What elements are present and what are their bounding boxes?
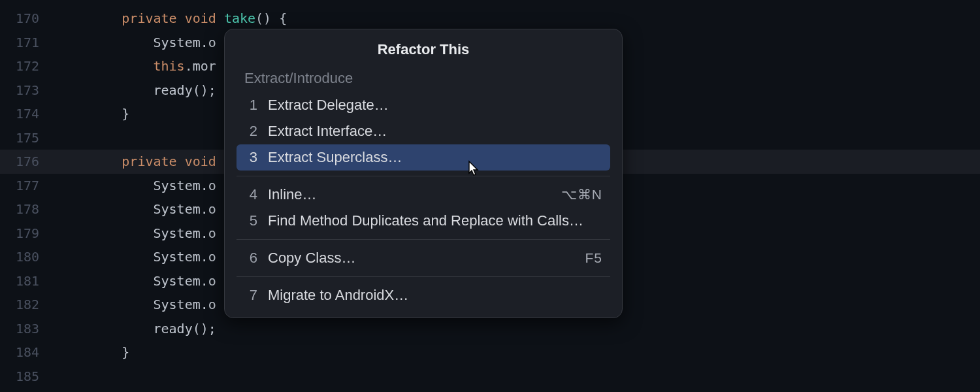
menu-number: 1 [244,97,257,114]
line-number: 174 [0,106,59,122]
line-number: 175 [0,130,59,146]
code-text: } [59,106,129,122]
line-number: 170 [0,10,59,26]
menu-item-extract-delegate[interactable]: 1 Extract Delegate… [237,92,610,118]
line-number: 184 [0,344,59,360]
code-line[interactable]: 183 ready(); [0,317,980,341]
code-text: ready(); [59,82,216,98]
menu-label: Find Method Duplicates and Replace with … [268,212,602,229]
line-number: 173 [0,82,59,98]
code-text: System.o [59,273,216,289]
code-text: ready(); [59,321,216,336]
section-header: Extract/Introduce [225,70,622,87]
menu-number: 6 [244,250,257,267]
line-number: 182 [0,297,59,312]
line-number: 185 [0,368,59,384]
menu-item-copy-class[interactable]: 6 Copy Class… F5 [237,245,610,271]
code-line[interactable]: 184 } [0,340,980,365]
line-number: 181 [0,273,59,289]
menu-label: Inline… [268,186,561,203]
refactor-popup: Refactor This Extract/Introduce 1 Extrac… [224,29,623,318]
code-text: } [59,344,129,360]
menu-item-extract-superclass[interactable]: 3 Extract Superclass… [237,144,610,171]
menu-item-migrate-androidx[interactable]: 7 Migrate to AndroidX… [237,282,610,308]
menu-label: Copy Class… [268,250,585,267]
menu-number: 4 [244,186,257,203]
line-number: 180 [0,249,59,265]
menu-shortcut: F5 [585,250,602,266]
line-number: 172 [0,58,59,74]
code-text: private void take() { [59,10,287,26]
menu-item-inline[interactable]: 4 Inline… ⌥⌘N [237,182,610,208]
line-number: 177 [0,178,59,193]
code-line[interactable]: 185 [0,365,980,389]
code-text: System.o [59,249,216,265]
code-text: System.o [59,297,216,312]
menu-number: 5 [244,212,257,229]
menu-number: 2 [244,123,257,140]
menu-divider [237,176,610,176]
code-text: private void [59,154,216,169]
menu-label: Extract Interface… [268,123,602,140]
popup-title: Refactor This [225,41,622,58]
menu-label: Extract Delegate… [268,97,602,114]
code-line[interactable]: 170 private void take() { [0,7,980,31]
menu-number: 3 [244,149,257,166]
line-number: 171 [0,35,59,50]
line-number: 179 [0,225,59,241]
code-text: this.mor [59,58,216,74]
line-number: 183 [0,321,59,336]
code-text: System.o [59,201,216,217]
code-text: System.o [59,225,216,241]
code-text: System.o [59,35,216,50]
menu-item-extract-interface[interactable]: 2 Extract Interface… [237,118,610,144]
line-number: 176 [0,154,59,169]
menu-shortcut: ⌥⌘N [561,187,602,203]
menu-label: Migrate to AndroidX… [268,287,602,304]
menu-item-find-duplicates[interactable]: 5 Find Method Duplicates and Replace wit… [237,208,610,234]
menu-number: 7 [244,287,257,304]
menu-divider [237,276,610,277]
code-text: System.o [59,178,216,193]
menu-label: Extract Superclass… [268,149,602,166]
line-number: 178 [0,201,59,217]
menu-divider [237,239,610,240]
